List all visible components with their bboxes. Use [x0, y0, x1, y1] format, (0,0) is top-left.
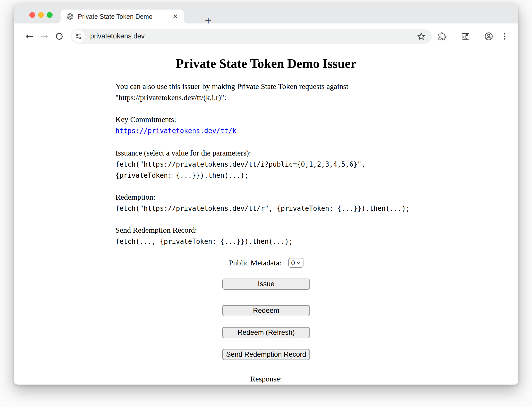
token-form: Public Metadata: 0 Issue Redeem Redeem (… — [14, 258, 518, 383]
minimize-window-button[interactable] — [38, 12, 44, 18]
issuance-section: Issuance (select a value for the paramet… — [115, 147, 417, 181]
close-window-button[interactable] — [29, 12, 35, 18]
profile-button[interactable] — [482, 30, 495, 43]
browser-window: Private State Token Demo ✕ + ← → — [14, 4, 518, 385]
key-commitments-heading: Key Commitments: — [115, 115, 176, 124]
redemption-code: fetch("https://privatetokens.dev/tt/r", … — [115, 205, 410, 212]
forward-arrow-icon: → — [40, 31, 48, 42]
tab-close-button[interactable]: ✕ — [172, 13, 179, 20]
redeem-refresh-button[interactable]: Redeem (Refresh) — [222, 327, 310, 338]
back-button[interactable]: ← — [22, 29, 37, 44]
omnibox[interactable]: privatetokens.dev — [71, 29, 432, 44]
traffic-lights — [29, 12, 53, 18]
public-metadata-label: Public Metadata: — [229, 258, 281, 267]
issue-button[interactable]: Issue — [222, 279, 310, 290]
redemption-section: Redemption: fetch("https://privatetokens… — [115, 191, 417, 214]
toolbar-divider — [454, 31, 454, 41]
forward-button[interactable]: → — [37, 29, 52, 44]
bookmark-star-button[interactable] — [415, 30, 428, 43]
page-title: Private State Token Demo Issuer — [14, 56, 518, 71]
new-tab-button[interactable]: + — [201, 14, 215, 28]
redemption-heading: Redemption: — [115, 193, 155, 201]
tab-strip: Private State Token Demo ✕ + — [14, 4, 518, 23]
intro-text: You can also use this issuer by making P… — [115, 81, 417, 103]
send-redemption-record-heading: Send Redemption Record: — [115, 226, 197, 234]
chevron-down-icon — [297, 262, 300, 264]
extensions-button[interactable] — [436, 30, 449, 43]
plus-icon: + — [205, 14, 212, 27]
key-commitments-link[interactable]: https://privatetokens.dev/tt/k — [115, 127, 237, 135]
send-redemption-record-button[interactable]: Send Redemption Record — [222, 349, 310, 360]
browser-menu-button[interactable] — [498, 30, 511, 43]
side-panel-search-button[interactable] — [459, 30, 472, 43]
zoom-window-button[interactable] — [47, 12, 53, 18]
extensions-puzzle-icon — [438, 32, 447, 41]
kebab-menu-icon — [500, 32, 509, 41]
tab-title: Private State Token Demo — [78, 13, 172, 20]
send-redemption-record-code: fetch(..., {privateToken: {...}}).then(.… — [115, 238, 293, 245]
reload-icon — [55, 32, 64, 41]
side-panel-search-icon — [461, 32, 470, 41]
toolbar-right-cluster — [436, 30, 511, 43]
browser-tab[interactable]: Private State Token Demo ✕ — [61, 10, 184, 23]
response-label: Response: — [14, 375, 518, 383]
public-metadata-row: Public Metadata: 0 — [14, 258, 518, 268]
select-value: 0 — [291, 259, 295, 267]
back-arrow-icon: ← — [25, 31, 33, 42]
public-metadata-select[interactable]: 0 — [288, 258, 303, 268]
star-icon — [417, 32, 426, 41]
site-settings-tune-icon — [74, 32, 82, 40]
site-favicon-icon — [66, 13, 74, 20]
reload-button[interactable] — [52, 29, 67, 44]
key-commitments-section: Key Commitments: https://privatetokens.d… — [115, 114, 417, 136]
url-text: privatetokens.dev — [90, 32, 415, 40]
browser-toolbar: ← → privatetokens.dev — [14, 23, 518, 49]
issuance-heading: Issuance (select a value for the paramet… — [115, 149, 251, 157]
send-redemption-record-section: Send Redemption Record: fetch(..., {priv… — [115, 224, 417, 247]
site-settings-button[interactable] — [72, 30, 85, 43]
profile-icon — [484, 32, 493, 41]
page-content: Private State Token Demo Issuer You can … — [14, 49, 518, 385]
redeem-button[interactable]: Redeem — [222, 305, 310, 316]
instructions-block: You can also use this issuer by making P… — [115, 81, 417, 247]
toolbar-divider — [477, 31, 477, 41]
close-icon: ✕ — [172, 13, 178, 20]
issuance-code: fetch("https://privatetokens.dev/tt/i?pu… — [115, 160, 366, 179]
